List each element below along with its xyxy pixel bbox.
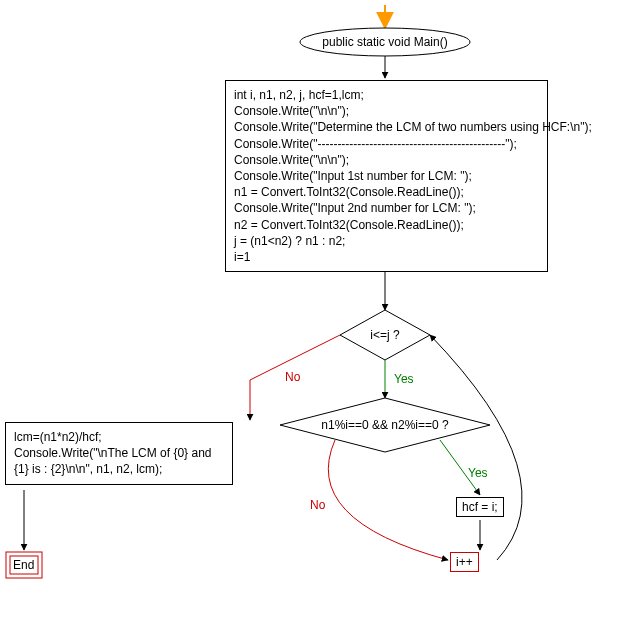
start-node: public static void Main(): [300, 35, 470, 49]
code-block-main: int i, n1, n2, j, hcf=1,lcm; Console.Wri…: [225, 80, 548, 272]
assign-hcf: hcf = i;: [456, 497, 504, 517]
end-node: End: [13, 558, 34, 572]
branch-yes-1: Yes: [394, 372, 414, 386]
branch-yes-2: Yes: [468, 466, 488, 480]
branch-no-2: No: [310, 498, 325, 512]
increment-i: i++: [450, 552, 479, 572]
decision-loop-condition: i<=j ?: [360, 328, 410, 342]
branch-no-1: No: [285, 370, 300, 384]
decision-divisible: n1%i==0 && n2%i==0 ?: [310, 418, 460, 432]
code-block-result: lcm=(n1*n2)/hcf; Console.Write("\nThe LC…: [5, 422, 233, 485]
